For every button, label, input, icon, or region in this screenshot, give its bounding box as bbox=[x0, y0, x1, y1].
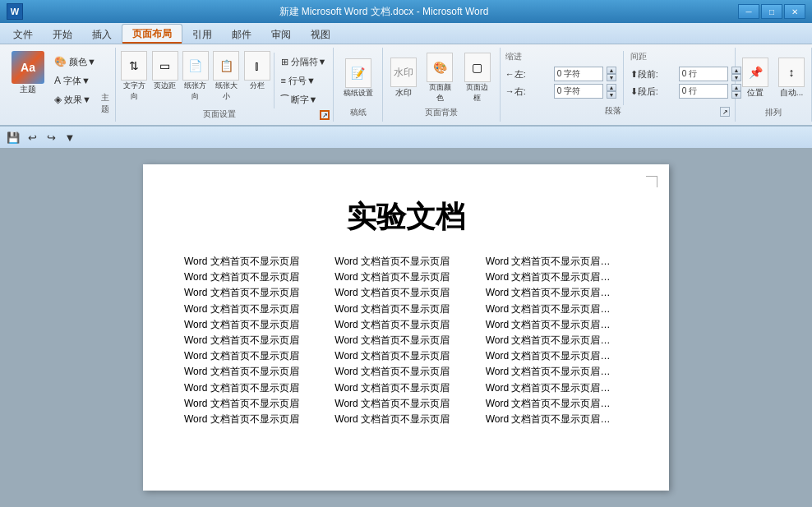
hyphenation-button[interactable]: ⁀ 断字▼ bbox=[278, 90, 330, 108]
spacing-before-icon: ⬆ bbox=[630, 69, 638, 79]
tab-review[interactable]: 审阅 bbox=[261, 25, 301, 44]
save-icon: 💾 bbox=[7, 131, 20, 144]
doc-line: Word 文档首页不显示页眉 bbox=[334, 285, 477, 301]
watermark-button[interactable]: 水印 水印 bbox=[388, 56, 419, 100]
draft-paper-settings-button[interactable]: 📝 稿纸设置 bbox=[340, 57, 376, 100]
tab-insert[interactable]: 插入 bbox=[82, 25, 122, 44]
indent-left-down[interactable]: ▼ bbox=[607, 74, 616, 81]
undo-icon: ↩ bbox=[28, 131, 37, 144]
page-corner-mark bbox=[646, 176, 657, 187]
indent-right-down[interactable]: ▼ bbox=[607, 91, 616, 99]
doc-line: Word 文档首页不显示页眉 bbox=[334, 270, 477, 285]
doc-line: Word 文档首页不显示页眉 bbox=[184, 254, 326, 270]
indent-right-row: →右: 0 字符 ▲ ▼ bbox=[505, 84, 616, 99]
doc-line: Word 文档首页不显示页眉 bbox=[184, 364, 326, 380]
doc-line: Word 文档首页不显示页眉 bbox=[334, 333, 477, 348]
doc-line: Word 文档首页不显示页眉… bbox=[486, 285, 628, 301]
doc-line: Word 文档首页不显示页眉… bbox=[486, 317, 628, 333]
quick-access-more-button[interactable]: ▼ bbox=[62, 129, 78, 145]
doc-line: Word 文档首页不显示页眉 bbox=[334, 317, 477, 333]
doc-line: Word 文档首页不显示页眉… bbox=[486, 364, 628, 380]
close-button[interactable]: ✕ bbox=[784, 4, 805, 19]
columns-button[interactable]: ⫿ 分栏 bbox=[242, 49, 271, 93]
spacing-after-icon: ⬇ bbox=[630, 86, 638, 96]
document-content: Word 文档首页不显示页眉Word 文档首页不显示页眉Word 文档首页不显示… bbox=[184, 254, 628, 427]
position-button[interactable]: 📌 位置 bbox=[739, 56, 772, 100]
doc-line: Word 文档首页不显示页眉 bbox=[334, 396, 477, 412]
page-border-button[interactable]: ▢ 页面边框 bbox=[460, 51, 495, 105]
theme-button[interactable]: Aa 主题 bbox=[5, 49, 51, 97]
separator-button[interactable]: ⊞ 分隔符▼ bbox=[278, 53, 330, 71]
doc-line: Word 文档首页不显示页眉… bbox=[486, 396, 628, 412]
tab-start[interactable]: 开始 bbox=[43, 25, 82, 44]
group-draft-paper: 📝 稿纸设置 稿纸 bbox=[334, 48, 383, 122]
group-page-setup-label: 页面设置 bbox=[119, 108, 320, 122]
doc-line: Word 文档首页不显示页眉 bbox=[334, 254, 477, 270]
doc-line: Word 文档首页不显示页眉 bbox=[184, 396, 326, 412]
save-quick-button[interactable]: 💾 bbox=[5, 129, 21, 145]
redo-icon: ↪ bbox=[47, 131, 56, 144]
draft-paper-icon: 📝 bbox=[351, 67, 365, 80]
text-direction-button[interactable]: ⇅ 文字方向 bbox=[119, 49, 148, 104]
chevron-down-icon: ▼ bbox=[65, 131, 76, 144]
window-controls[interactable]: ─ □ ✕ bbox=[738, 4, 805, 19]
title-text: 新建 Microsoft Word 文档.docx - Microsoft Wo… bbox=[30, 5, 738, 19]
group-arrange: 📌 位置 ↕ 自动... 排列 bbox=[736, 48, 812, 122]
orientation-button[interactable]: 📄 纸张方向 bbox=[181, 49, 210, 104]
group-theme-label: 主题 bbox=[99, 92, 111, 117]
document-title: 实验文档 bbox=[184, 197, 628, 237]
indent-right-up[interactable]: ▲ bbox=[607, 84, 616, 91]
doc-line: Word 文档首页不显示页眉 bbox=[334, 302, 477, 317]
tab-file[interactable]: 文件 bbox=[3, 25, 43, 44]
tab-page-layout[interactable]: 页面布局 bbox=[122, 24, 182, 44]
word-icon: W bbox=[7, 3, 23, 20]
ribbon-tabs: 文件 开始 插入 页面布局 引用 邮件 审阅 视图 bbox=[0, 23, 812, 44]
spacing-before-input[interactable]: 0 行 bbox=[679, 67, 728, 81]
group-page-bg-label: 页面背景 bbox=[388, 107, 494, 120]
undo-button[interactable]: ↩ bbox=[24, 129, 40, 145]
indent-right-input[interactable]: 0 字符 bbox=[554, 84, 603, 99]
doc-line: Word 文档首页不显示页眉 bbox=[184, 317, 326, 333]
font-icon: A bbox=[54, 75, 61, 86]
color-button[interactable]: 🎨 颜色▼ bbox=[51, 53, 99, 71]
indent-right-spinner[interactable]: ▲ ▼ bbox=[607, 84, 616, 99]
redo-button[interactable]: ↪ bbox=[43, 129, 59, 145]
maximize-button[interactable]: □ bbox=[761, 4, 782, 19]
quick-access-toolbar: 💾 ↩ ↪ ▼ bbox=[0, 127, 812, 148]
watermark-icon: 水印 bbox=[394, 66, 413, 80]
document-area[interactable]: 实验文档 Word 文档首页不显示页眉Word 文档首页不显示页眉Word 文档… bbox=[0, 148, 812, 507]
paper-size-icon: 📋 bbox=[219, 59, 233, 72]
line-number-icon: ≡ bbox=[281, 76, 286, 85]
tab-references[interactable]: 引用 bbox=[182, 25, 222, 44]
paragraph-dialog-launcher[interactable]: ↗ bbox=[720, 107, 730, 117]
doc-line: Word 文档首页不显示页眉 bbox=[184, 380, 326, 396]
effects-button[interactable]: ◈ 效果▼ bbox=[51, 90, 99, 108]
doc-line: Word 文档首页不显示页眉 bbox=[184, 348, 326, 364]
indent-label: 缩进 bbox=[505, 51, 616, 62]
indent-left-up[interactable]: ▲ bbox=[607, 67, 616, 74]
margins-button[interactable]: ▭ 页边距 bbox=[150, 49, 179, 93]
indent-left-input[interactable]: 0 字符 bbox=[554, 67, 603, 81]
indent-left-spinner[interactable]: ▲ ▼ bbox=[607, 67, 616, 81]
page-setup-dialog-launcher[interactable]: ↗ bbox=[320, 110, 330, 120]
position-icon: 📌 bbox=[749, 66, 763, 79]
tab-view[interactable]: 视图 bbox=[301, 25, 340, 44]
group-paragraph: 缩进 ←左: 0 字符 ▲ ▼ →右: bbox=[501, 48, 736, 122]
minimize-button[interactable]: ─ bbox=[738, 4, 759, 19]
separator-icon: ⊞ bbox=[281, 57, 288, 67]
orientation-icon: 📄 bbox=[188, 59, 202, 72]
doc-column-2: Word 文档首页不显示页眉Word 文档首页不显示页眉Word 文档首页不显示… bbox=[334, 254, 477, 427]
auto-button[interactable]: ↕ 自动... bbox=[775, 56, 808, 100]
tab-mailings[interactable]: 邮件 bbox=[222, 25, 261, 44]
line-number-button[interactable]: ≡ 行号▼ bbox=[278, 71, 330, 90]
spacing-after-input[interactable]: 0 行 bbox=[679, 84, 728, 99]
doc-line: Word 文档首页不显示页眉 bbox=[334, 412, 477, 427]
indent-left-row: ←左: 0 字符 ▲ ▼ bbox=[505, 67, 616, 81]
paper-size-button[interactable]: 📋 纸张大小 bbox=[212, 49, 241, 104]
doc-line: Word 文档首页不显示页眉 bbox=[184, 270, 326, 285]
group-paragraph-label: 段落 bbox=[505, 105, 721, 118]
doc-line: Word 文档首页不显示页眉 bbox=[184, 302, 326, 317]
page-color-button[interactable]: 🎨 页面颜色 bbox=[422, 51, 457, 105]
font-button[interactable]: A 字体▼ bbox=[51, 71, 99, 90]
doc-line: Word 文档首页不显示页眉 bbox=[184, 285, 326, 301]
